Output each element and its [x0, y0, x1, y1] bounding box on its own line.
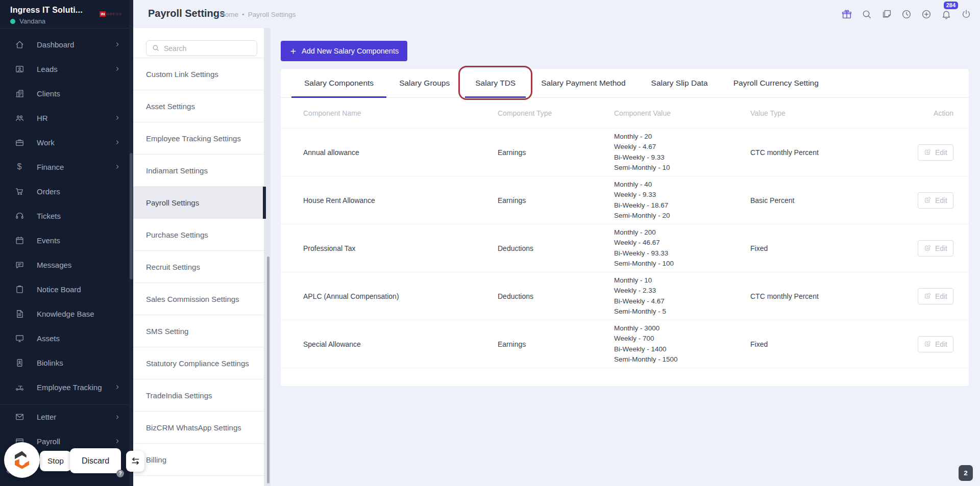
- sidebar-item-biolinks[interactable]: Biolinks: [0, 350, 129, 375]
- settings-scrollbar[interactable]: [264, 28, 271, 486]
- page-title: Payroll Settings: [148, 8, 225, 19]
- gift-icon[interactable]: [841, 9, 852, 20]
- bell-icon[interactable]: 284: [941, 9, 952, 20]
- component-value: Monthly - 10Weekly - 2.33Bi-Weekly - 4.6…: [614, 275, 750, 317]
- power-icon[interactable]: [961, 9, 972, 20]
- table-body: Annual allowanceEarningsMonthly - 20Week…: [281, 129, 969, 368]
- settings-item-billing[interactable]: Billing: [133, 444, 264, 476]
- assistant-logo-button[interactable]: [4, 442, 40, 478]
- sidebar-item-orders[interactable]: Orders: [0, 179, 129, 203]
- active-item-indicator: [263, 187, 266, 219]
- sidebar-scrollbar[interactable]: [129, 0, 133, 486]
- tab-salary-slip-data[interactable]: Salary Slip Data: [639, 69, 721, 97]
- user-card-icon: [14, 64, 24, 74]
- table-row-aplc-annual-compensation: APLC (Annual Compensation)DeductionsMont…: [281, 272, 969, 320]
- edit-pencil-icon: [924, 292, 932, 300]
- settings-item-recruit-settings[interactable]: Recruit Settings: [133, 251, 264, 283]
- component-name: Professional Tax: [303, 244, 498, 252]
- value-type: Fixed: [750, 244, 918, 252]
- envelope-icon: [14, 412, 24, 422]
- sidebar-item-assets[interactable]: Assets: [0, 326, 129, 350]
- clipboard-icon: [14, 284, 24, 294]
- column-header-component-value: Component Value: [614, 109, 750, 117]
- sidebar-item-letter[interactable]: Letter: [0, 404, 129, 429]
- sidebar-item-events[interactable]: Events: [0, 228, 129, 252]
- column-header-component-type: Component Type: [498, 109, 614, 117]
- settings-panel: Custom Link SettingsAsset SettingsEmploy…: [133, 28, 264, 486]
- settings-item-custom-link-settings[interactable]: Custom Link Settings: [133, 58, 264, 90]
- tab-salary-groups[interactable]: Salary Groups: [386, 69, 462, 97]
- breadcrumb-home[interactable]: Home: [220, 11, 238, 18]
- sidebar-item-dashboard[interactable]: Dashboard: [0, 32, 129, 57]
- sidebar-scrollbar-thumb[interactable]: [130, 153, 133, 279]
- component-type: Deductions: [498, 244, 614, 252]
- settings-item-bizcrm-whatsapp-settings[interactable]: BizCRM WhatsApp Settings: [133, 412, 264, 444]
- sidebar-item-work[interactable]: Work: [0, 130, 129, 155]
- edit-button[interactable]: Edit: [918, 144, 953, 161]
- sidebar-item-messages[interactable]: Messages: [0, 252, 129, 277]
- sidebar-item-knowledge-base[interactable]: Knowledge Base: [0, 301, 129, 326]
- component-name: APLC (Annual Compensation): [303, 292, 498, 300]
- settings-search-input[interactable]: [146, 40, 257, 56]
- copy-icon[interactable]: [881, 9, 892, 20]
- chevron-right-icon: [114, 114, 121, 121]
- chevron-right-icon: [114, 139, 121, 146]
- page-number-badge: 2: [959, 465, 973, 481]
- value-type: Basic Percent: [750, 196, 918, 204]
- scooter-icon: [14, 382, 24, 392]
- tab-salary-payment-method[interactable]: Salary Payment Method: [528, 69, 638, 97]
- search-icon[interactable]: [861, 9, 872, 20]
- settings-item-indiamart-settings[interactable]: Indiamart Settings: [133, 155, 264, 187]
- value-type: CTC monthly Percent: [750, 292, 918, 300]
- component-name: Special Allowance: [303, 340, 498, 348]
- settings-item-tradeindia-settings[interactable]: TradeIndia Settings: [133, 379, 264, 412]
- settings-item-statutory-compliance-settings[interactable]: Statutory Compliance Settings: [133, 347, 264, 379]
- user-name: Vandana: [19, 17, 45, 25]
- settings-scrollbar-thumb[interactable]: [267, 257, 270, 483]
- settings-list: Custom Link SettingsAsset SettingsEmploy…: [133, 58, 264, 476]
- clock-icon[interactable]: [901, 9, 912, 20]
- component-type: Earnings: [498, 340, 614, 348]
- tab-bar: Salary ComponentsSalary GroupsSalary TDS…: [281, 69, 969, 98]
- topbar-icons: 284: [841, 0, 972, 28]
- settings-item-payroll-settings[interactable]: Payroll Settings: [133, 187, 264, 219]
- sidebar-item-hr[interactable]: HR: [0, 106, 129, 130]
- edit-button[interactable]: Edit: [918, 336, 953, 352]
- settings-item-sales-commission-settings[interactable]: Sales Commission Settings: [133, 283, 264, 315]
- edit-button[interactable]: Edit: [918, 288, 953, 304]
- chat-icon: [14, 260, 24, 270]
- edit-button[interactable]: Edit: [918, 240, 953, 257]
- plus-circle-icon[interactable]: [921, 9, 932, 20]
- settings-item-purchase-settings[interactable]: Purchase Settings: [133, 219, 264, 251]
- edit-button[interactable]: Edit: [918, 192, 953, 209]
- value-type: Fixed: [750, 340, 918, 348]
- main-sidebar: Ingress IT Soluti... Vandana IN GRESS Da…: [0, 0, 129, 486]
- home-icon: [14, 39, 24, 49]
- sidebar-item-leads[interactable]: Leads: [0, 57, 129, 81]
- tab-salary-components[interactable]: Salary Components: [291, 69, 386, 97]
- value-type: CTC monthly Percent: [750, 148, 918, 157]
- online-status-dot: [10, 19, 15, 24]
- help-badge[interactable]: ?: [116, 470, 124, 477]
- settings-item-sms-setting[interactable]: SMS Setting: [133, 315, 264, 347]
- settings-item-asset-settings[interactable]: Asset Settings: [133, 90, 264, 122]
- plus-icon: [289, 47, 297, 55]
- edit-pencil-icon: [924, 148, 932, 156]
- calendar-icon: [14, 235, 24, 245]
- assistant-logo-icon: [11, 449, 33, 471]
- sidebar-item-tickets[interactable]: Tickets: [0, 203, 129, 228]
- sidebar-item-employee-tracking[interactable]: Employee Tracking: [0, 375, 129, 399]
- users-icon: [14, 113, 24, 123]
- component-value: Monthly - 200Weekly - 46.67Bi-Weekly - 9…: [614, 227, 750, 269]
- swap-arrows-button[interactable]: [126, 451, 144, 472]
- add-new-salary-components-button[interactable]: Add New Salary Components: [281, 41, 407, 61]
- stop-button[interactable]: Stop: [40, 451, 71, 471]
- sidebar-item-notice-board[interactable]: Notice Board: [0, 277, 129, 301]
- table-row-house-rent-allowance: House Rent AllowanceEarningsMonthly - 40…: [281, 176, 969, 224]
- tab-payroll-currency-setting[interactable]: Payroll Currency Setting: [721, 69, 831, 97]
- discard-button[interactable]: Discard: [70, 448, 121, 473]
- tab-salary-tds[interactable]: Salary TDS: [462, 69, 528, 97]
- sidebar-item-clients[interactable]: Clients: [0, 81, 129, 106]
- sidebar-item-finance[interactable]: $Finance: [0, 155, 129, 179]
- settings-item-employee-tracking-settings[interactable]: Employee Tracking Settings: [133, 122, 264, 155]
